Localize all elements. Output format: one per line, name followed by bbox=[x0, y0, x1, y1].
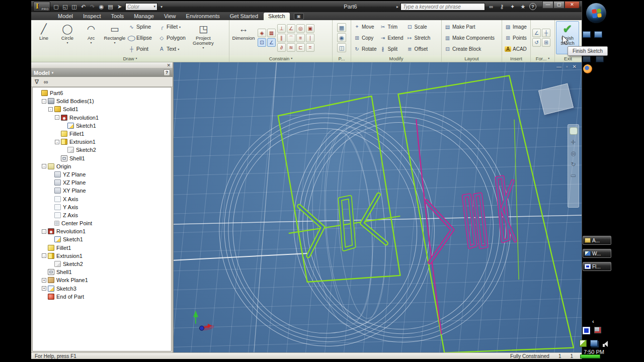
equal-constraint-icon[interactable]: = bbox=[306, 43, 314, 52]
tray-network-icon[interactable] bbox=[590, 340, 598, 346]
search-expand-icon[interactable]: ▸ bbox=[396, 5, 398, 9]
driven-dimension-icon[interactable]: ⊞ bbox=[542, 38, 550, 47]
panel-label-format[interactable]: For...▾ bbox=[531, 55, 554, 62]
browser-close-icon[interactable]: ✕ bbox=[167, 63, 171, 68]
ribbon-button[interactable]: ▨ Image bbox=[504, 21, 528, 32]
favorites-star-icon[interactable]: ★ bbox=[519, 3, 527, 11]
tree-item[interactable]: Z Axis bbox=[33, 211, 171, 219]
perpendicular-constraint-icon[interactable]: ⊥ bbox=[277, 24, 286, 33]
tangent-constraint-icon[interactable]: ⌒ bbox=[287, 34, 295, 42]
new-file-icon[interactable]: ▢ bbox=[52, 3, 60, 11]
viewport[interactable]: ✛ ◎ ↻ ▭ — ▫ ✕ bbox=[174, 62, 582, 352]
mirror-icon[interactable]: ◫ bbox=[337, 43, 346, 52]
ribbon-tab[interactable]: Sketch bbox=[264, 13, 290, 20]
magenta-sketch-text[interactable] bbox=[416, 120, 515, 333]
ribbon-button[interactable]: ◠ Arc ▾ bbox=[80, 21, 102, 54]
rectangular-pattern-icon[interactable]: ▦ bbox=[337, 23, 346, 32]
restore-button[interactable]: ▢ bbox=[553, 1, 565, 9]
tree-expander[interactable]: + bbox=[42, 278, 46, 283]
desktop-icon[interactable] bbox=[583, 56, 591, 62]
ribbon-button[interactable]: ⇥ Extend bbox=[378, 32, 404, 43]
coincident-constraint-icon[interactable]: ∠ bbox=[287, 24, 295, 33]
pan-icon[interactable]: ✛ bbox=[571, 139, 576, 146]
tree-item[interactable]: - Solid1 bbox=[33, 105, 171, 113]
tree-item[interactable]: Sketch2 bbox=[33, 260, 171, 268]
lock-constraint-icon[interactable]: ▣ bbox=[306, 24, 314, 33]
ribbon-button[interactable]: ▤ Make Part bbox=[443, 21, 496, 32]
dimension-button[interactable]: ↔ Dimension bbox=[231, 21, 256, 54]
center-point-style-icon[interactable]: ↺ bbox=[532, 38, 541, 47]
browser-header[interactable]: Model ▾ ? bbox=[31, 68, 173, 77]
tree-item[interactable]: Center Point bbox=[33, 219, 171, 227]
panel-label-layout[interactable]: Layout bbox=[442, 55, 502, 62]
search-binoculars-icon[interactable]: ∞ bbox=[487, 3, 496, 11]
key-icon[interactable]: ⚷ bbox=[498, 3, 506, 11]
tree-item[interactable]: XZ Plane bbox=[33, 178, 171, 187]
symmetric-constraint-icon[interactable]: ≋ bbox=[287, 43, 295, 52]
tray-security-icon[interactable] bbox=[580, 340, 587, 347]
tree-item[interactable]: Shell1 bbox=[33, 154, 171, 162]
close-button[interactable]: ✕ bbox=[565, 1, 580, 9]
taskbar-button[interactable]: A... bbox=[583, 236, 611, 245]
tree-item[interactable]: + Work Plane1 bbox=[33, 276, 171, 284]
panel-label-pattern[interactable]: P... bbox=[333, 55, 351, 62]
ribbon-button[interactable]: ◯ Ellipse bbox=[127, 32, 154, 43]
ribbon-button[interactable]: ↦ Stretch bbox=[406, 32, 432, 43]
panel-label-constrain[interactable]: Constrain▾ bbox=[229, 55, 332, 62]
ribbon-button[interactable]: A ACAD bbox=[504, 43, 528, 54]
tree-item[interactable]: Sketch2 bbox=[33, 146, 171, 154]
browser-help-button[interactable]: ? bbox=[164, 69, 170, 76]
firefox-icon[interactable] bbox=[583, 64, 592, 73]
search-input[interactable] bbox=[400, 3, 485, 11]
construction-line-icon[interactable]: ∠ bbox=[532, 29, 541, 37]
tree-item[interactable]: - Solid Bodies(1) bbox=[33, 97, 171, 105]
tree-expander[interactable]: - bbox=[55, 115, 59, 120]
qat-customize-icon[interactable]: ▾ bbox=[160, 5, 163, 9]
look-at-icon[interactable]: ▭ bbox=[571, 172, 576, 179]
ribbon-button[interactable]: ✂ Trim bbox=[378, 21, 404, 32]
color-override-combobox[interactable]: Color ▾ bbox=[125, 3, 157, 11]
show-constraints-icon[interactable]: ▦ bbox=[267, 29, 276, 37]
tree-item[interactable]: - Extrusion1 bbox=[33, 138, 171, 146]
ribbon-tab[interactable]: Tools bbox=[106, 13, 128, 20]
redo-icon[interactable]: ↷ bbox=[89, 3, 96, 11]
browser-find-icon[interactable]: ∞ bbox=[44, 78, 48, 85]
navigation-wheel-icon[interactable] bbox=[570, 127, 578, 135]
ribbon-button[interactable]: ↻ Rotate bbox=[353, 43, 377, 54]
ribbon-button[interactable]: ▭ Rectangle ▾ bbox=[104, 21, 126, 54]
panel-label-insert[interactable]: Insert bbox=[502, 55, 530, 62]
tray-app-icon[interactable] bbox=[583, 327, 590, 334]
centerline-icon[interactable]: ┼ bbox=[542, 29, 550, 37]
ribbon-button[interactable]: ⊞ Copy bbox=[353, 32, 377, 43]
tree-item[interactable]: Sketch1 bbox=[33, 122, 171, 130]
quick-options-icon[interactable]: ◉ bbox=[98, 3, 105, 11]
ribbon-tab[interactable]: Environments bbox=[182, 13, 224, 20]
desktop-icon[interactable] bbox=[594, 31, 602, 38]
tray-volume-icon[interactable] bbox=[603, 340, 608, 348]
ribbon-tab[interactable]: Inspect bbox=[78, 13, 105, 20]
taskbar-button[interactable]: W... bbox=[583, 249, 611, 258]
ribbon-button[interactable]: ∦ Split bbox=[378, 43, 404, 54]
tree-expander[interactable]: - bbox=[42, 99, 46, 104]
ribbon-button[interactable]: ⊞ Points bbox=[504, 32, 528, 43]
ribbon-tab[interactable]: View bbox=[159, 13, 181, 20]
application-menu-button[interactable]: I PRO bbox=[33, 2, 50, 12]
collinear-constraint-icon[interactable]: ≡ bbox=[296, 34, 305, 42]
ribbon-button[interactable]: ┼ Point bbox=[127, 43, 154, 54]
concentric-constraint-icon[interactable]: ◎ bbox=[296, 24, 305, 33]
tree-item[interactable]: Fillet1 bbox=[33, 244, 171, 252]
ribbon-button[interactable]: ▥ Make Components bbox=[443, 32, 496, 43]
doc-minimize-icon[interactable]: — bbox=[556, 64, 561, 69]
ribbon-display-toggle-icon[interactable]: ▣ bbox=[294, 13, 304, 20]
tree-item[interactable]: Fillet1 bbox=[33, 130, 171, 138]
tree-item[interactable]: Shell1 bbox=[33, 268, 171, 276]
help-icon[interactable]: ? bbox=[529, 3, 536, 10]
browser-filter-icon[interactable]: ∇ bbox=[35, 78, 39, 85]
ribbon-button[interactable]: ⊡ Scale bbox=[406, 21, 432, 32]
tree-item[interactable]: Sketch1 bbox=[33, 235, 171, 243]
tree-item[interactable]: - Revolution1 bbox=[33, 227, 171, 235]
doc-restore-icon[interactable]: ▫ bbox=[566, 64, 568, 69]
communication-icon[interactable]: ✦ bbox=[508, 3, 517, 11]
tree-expander[interactable]: - bbox=[55, 140, 59, 144]
ribbon-tab[interactable]: Manage bbox=[129, 13, 158, 20]
